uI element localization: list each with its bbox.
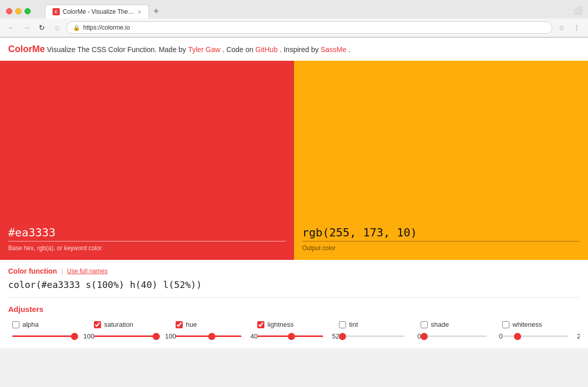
adjusters-row: alpha100saturation100hue40lightness52tin…	[8, 321, 580, 340]
tab-bar: C ColorMe - Visualize The CSS C... ✕ +	[45, 4, 163, 18]
color-function-label: Color function	[8, 267, 57, 275]
adjuster-header-shade: shade	[421, 321, 494, 328]
adjuster-item-saturation: saturation100	[90, 321, 172, 340]
adjuster-item-tint: tint0	[335, 321, 416, 340]
title-bar: C ColorMe - Visualize The CSS C... ✕ + ⬜	[0, 0, 588, 18]
refresh-button[interactable]: ↻	[36, 21, 48, 34]
lock-icon: 🔒	[73, 25, 80, 31]
adjuster-name-tint: tint	[349, 321, 358, 328]
adjuster-checkbox-lightness[interactable]	[257, 321, 264, 328]
github-link[interactable]: GitHub	[255, 45, 278, 54]
color-function-output: color(#ea3333 s(100%) h(40) l(52%))	[8, 279, 580, 298]
new-tab-button[interactable]: +	[149, 4, 163, 18]
forward-button[interactable]: →	[20, 21, 33, 34]
adjuster-item-lightness: lightness52	[253, 321, 335, 340]
address-bar[interactable]: 🔒 https://colorme.io	[66, 21, 552, 34]
adjuster-slider-whiteness[interactable]	[502, 335, 568, 337]
output-color-label: Output color	[302, 245, 580, 252]
base-color-label: Base hex, rgb(a), or keyword color	[8, 245, 286, 252]
use-full-names-link[interactable]: Use full names	[67, 268, 107, 275]
adjuster-checkbox-hue[interactable]	[176, 321, 183, 328]
adjuster-checkbox-tint[interactable]	[339, 321, 346, 328]
minimize-button[interactable]	[15, 8, 21, 14]
adjuster-checkbox-saturation[interactable]	[94, 321, 101, 328]
bookmark-button[interactable]: ☆	[555, 21, 568, 34]
separator: |	[61, 267, 63, 275]
adjuster-value-whiteness: 20	[572, 332, 580, 340]
author-link[interactable]: Tyler Gaw	[188, 45, 220, 54]
app-logo: ColorMe	[8, 44, 45, 55]
adjuster-slider-saturation[interactable]	[94, 335, 160, 337]
adjuster-slider-row-saturation: 100	[94, 332, 167, 340]
tab-title: ColorMe - Visualize The CSS C...	[63, 8, 134, 15]
address-text: https://colorme.io	[83, 24, 130, 31]
left-color-panel: Base hex, rgb(a), or keyword color	[0, 61, 294, 260]
right-color-panel: rgb(255, 173, 10) Output color	[294, 61, 588, 260]
adjuster-slider-tint[interactable]	[339, 335, 405, 337]
adjuster-slider-row-hue: 40	[176, 332, 249, 340]
adjuster-slider-row-alpha: 100	[12, 332, 86, 340]
adjuster-name-saturation: saturation	[104, 321, 133, 328]
adjuster-slider-row-whiteness: 20	[502, 332, 576, 340]
adjuster-slider-row-shade: 0	[421, 332, 494, 340]
adjuster-checkbox-alpha[interactable]	[12, 321, 19, 328]
header-description-suffix: .	[349, 45, 351, 54]
color-function-row: Color function | Use full names	[8, 267, 580, 275]
nav-bar: ← → ↻ ⌂ 🔒 https://colorme.io ☆ ⋮	[0, 18, 588, 37]
adjuster-slider-hue[interactable]	[176, 335, 241, 337]
color-panels: Base hex, rgb(a), or keyword color rgb(2…	[0, 61, 588, 260]
controls-section: Color function | Use full names color(#e…	[0, 260, 588, 348]
app-content: ColorMe Visualize The CSS Color Function…	[0, 38, 588, 348]
adjuster-item-whiteness: whiteness20	[498, 321, 580, 340]
adjuster-name-hue: hue	[186, 321, 197, 328]
adjuster-name-shade: shade	[431, 321, 449, 328]
traffic-lights	[6, 8, 31, 14]
adjuster-name-lightness: lightness	[267, 321, 293, 328]
close-button[interactable]	[6, 8, 12, 14]
app-header: ColorMe Visualize The CSS Color Function…	[0, 38, 588, 61]
browser-chrome: C ColorMe - Visualize The CSS C... ✕ + ⬜…	[0, 0, 588, 38]
sassme-link[interactable]: SassMe	[321, 45, 347, 54]
adjuster-header-whiteness: whiteness	[502, 321, 576, 328]
output-color-text: rgb(255, 173, 10)	[302, 226, 417, 239]
adjuster-item-alpha: alpha100	[8, 321, 90, 340]
header-description-prefix: Visualize The CSS Color Function. Made b…	[47, 45, 186, 54]
maximize-button[interactable]	[24, 8, 31, 14]
menu-button[interactable]: ⋮	[571, 21, 583, 34]
tab-favicon: C	[53, 8, 60, 15]
adjuster-item-hue: hue40	[172, 321, 253, 340]
adjusters-label: Adjusters	[8, 305, 580, 313]
adjuster-header-lightness: lightness	[257, 321, 331, 328]
active-tab[interactable]: C ColorMe - Visualize The CSS C... ✕	[45, 5, 149, 18]
header-description-mid2: . Inspired by	[280, 45, 318, 54]
base-color-input[interactable]	[8, 226, 286, 239]
restore-icon[interactable]: ⬜	[573, 6, 582, 14]
tab-close-button[interactable]: ✕	[137, 9, 141, 15]
adjuster-name-alpha: alpha	[22, 321, 39, 328]
color-input-wrapper	[8, 226, 286, 241]
adjuster-header-saturation: saturation	[94, 321, 167, 328]
adjuster-checkbox-shade[interactable]	[421, 321, 428, 328]
adjuster-slider-row-lightness: 52	[257, 332, 331, 340]
adjuster-checkbox-whiteness[interactable]	[502, 321, 509, 328]
back-button[interactable]: ←	[5, 21, 17, 34]
adjuster-name-whiteness: whiteness	[512, 321, 542, 328]
adjuster-slider-row-tint: 0	[339, 332, 412, 340]
adjuster-header-tint: tint	[339, 321, 412, 328]
adjuster-item-shade: shade0	[416, 321, 498, 340]
adjuster-slider-shade[interactable]	[421, 335, 486, 337]
output-color-wrapper: rgb(255, 173, 10)	[302, 226, 580, 241]
adjuster-header-alpha: alpha	[12, 321, 86, 328]
adjuster-slider-alpha[interactable]	[12, 335, 78, 337]
header-description-mid: . Code on	[223, 45, 254, 54]
adjuster-slider-lightness[interactable]	[257, 335, 323, 337]
adjuster-header-hue: hue	[176, 321, 249, 328]
home-button[interactable]: ⌂	[51, 21, 63, 34]
